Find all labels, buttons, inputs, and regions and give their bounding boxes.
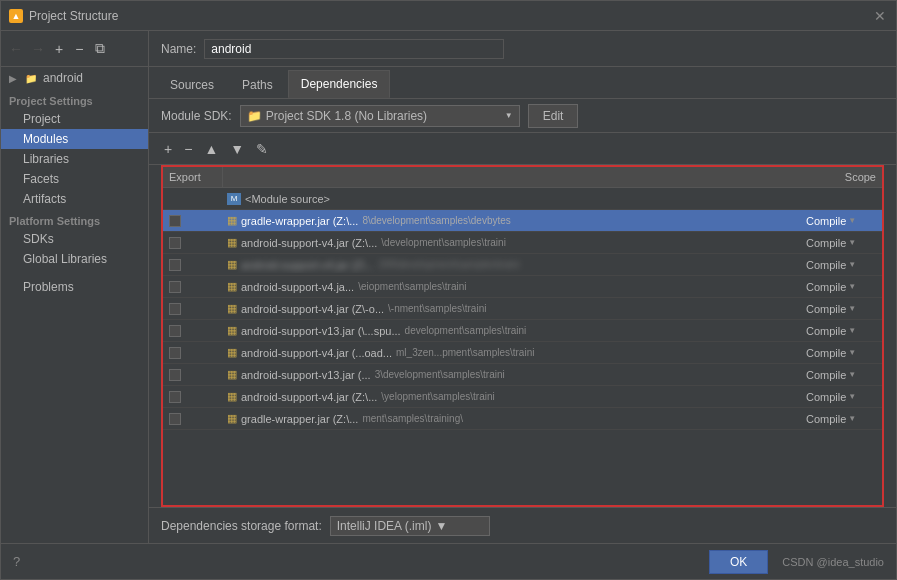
scope-cell[interactable]: Compile ▼ <box>802 235 882 251</box>
sidebar-item-global-libraries[interactable]: ▶ Global Libraries <box>1 249 148 269</box>
dialog-title: Project Structure <box>29 9 872 23</box>
export-checkbox[interactable] <box>169 391 181 403</box>
export-cell <box>163 257 223 273</box>
scope-dropdown-arrow[interactable]: ▼ <box>848 414 856 423</box>
scope-dropdown-arrow[interactable]: ▼ <box>848 326 856 335</box>
scope-cell[interactable]: Compile ▼ <box>802 367 882 383</box>
ok-button[interactable]: OK <box>709 550 768 574</box>
export-cell <box>163 213 223 229</box>
sidebar-item-facets[interactable]: ▶ Facets <box>1 169 148 189</box>
jar-icon: ▦ <box>227 214 237 227</box>
table-row[interactable]: ▦ gradle-wrapper.jar (Z:\... ment\sample… <box>163 408 882 430</box>
export-cell <box>163 389 223 405</box>
dialog-footer: ? OK CSDN @idea_studio <box>1 543 896 579</box>
table-row[interactable]: ▦ android-support-v13.jar (... 3\develop… <box>163 364 882 386</box>
export-cell <box>163 197 223 201</box>
sidebar-item-facets-label: Facets <box>23 172 59 186</box>
tree-item-android[interactable]: ▶ 📁 android <box>1 67 148 89</box>
export-checkbox[interactable] <box>169 325 181 337</box>
scope-cell[interactable]: Compile ▼ <box>802 301 882 317</box>
table-row[interactable]: ▦ android-support-v4.jar (Z:\... \develo… <box>163 232 882 254</box>
scope-cell[interactable]: Compile ▼ <box>802 279 882 295</box>
scope-cell[interactable]: Compile ▼ <box>802 389 882 405</box>
scope-cell[interactable]: Compile ▼ <box>802 345 882 361</box>
scope-cell[interactable]: Compile ▼ <box>802 213 882 229</box>
export-cell <box>163 301 223 317</box>
table-row[interactable]: ▦ gradle-wrapper.jar (Z:\... 8\developme… <box>163 210 882 232</box>
table-row[interactable]: M <Module source> <box>163 188 882 210</box>
sdk-edit-button[interactable]: Edit <box>528 104 579 128</box>
table-row[interactable]: ▦ android-support-v4.jar (Z\... 299\deve… <box>163 254 882 276</box>
export-cell <box>163 279 223 295</box>
folder-icon: 📁 <box>23 70 39 86</box>
scope-dropdown-arrow[interactable]: ▼ <box>848 392 856 401</box>
scope-dropdown-arrow[interactable]: ▼ <box>848 238 856 247</box>
close-button[interactable]: ✕ <box>872 8 888 24</box>
name-input[interactable] <box>204 39 504 59</box>
scope-dropdown-arrow[interactable]: ▼ <box>848 260 856 269</box>
dialog-icon: ▲ <box>9 9 23 23</box>
deps-table-header: Export Scope <box>163 167 882 188</box>
scope-dropdown-arrow[interactable]: ▼ <box>848 370 856 379</box>
scope-dropdown-arrow[interactable]: ▼ <box>848 304 856 313</box>
sidebar-item-project[interactable]: ▶ Project <box>1 109 148 129</box>
jar-icon: ▦ <box>227 412 237 425</box>
sidebar-item-artifacts[interactable]: ▶ Artifacts <box>1 189 148 209</box>
sidebar-toolbar: ← → + − ⧉ <box>1 31 148 67</box>
export-checkbox[interactable] <box>169 259 181 271</box>
table-row[interactable]: ▦ android-support-v4.jar (Z\-o... \-nmen… <box>163 298 882 320</box>
sdk-value: Project SDK 1.8 (No Libraries) <box>266 109 427 123</box>
edit-dep-button[interactable]: ✎ <box>253 139 271 159</box>
name-cell: ▦ gradle-wrapper.jar (Z:\... ment\sample… <box>223 410 802 427</box>
storage-format-dropdown[interactable]: IntelliJ IDEA (.iml) ▼ <box>330 516 490 536</box>
remove-dep-button[interactable]: − <box>181 139 195 159</box>
help-button[interactable]: ? <box>13 554 20 569</box>
export-checkbox[interactable] <box>169 237 181 249</box>
export-checkbox[interactable] <box>169 347 181 359</box>
forward-button[interactable]: → <box>29 39 47 59</box>
export-checkbox[interactable] <box>169 413 181 425</box>
tab-paths[interactable]: Paths <box>229 71 286 98</box>
scope-dropdown-arrow[interactable]: ▼ <box>848 282 856 291</box>
watermark-text: CSDN @idea_studio <box>782 556 884 568</box>
sidebar-item-libraries[interactable]: ▶ Libraries <box>1 149 148 169</box>
scope-dropdown-arrow[interactable]: ▼ <box>848 216 856 225</box>
sidebar-item-problems[interactable]: ▶ Problems <box>1 277 148 297</box>
tab-sources[interactable]: Sources <box>157 71 227 98</box>
scope-cell[interactable]: Compile ▼ <box>802 257 882 273</box>
scope-cell[interactable]: Compile ▼ <box>802 411 882 427</box>
project-structure-dialog: ▲ Project Structure ✕ ← → + − ⧉ ▶ 📁 andr… <box>0 0 897 580</box>
export-checkbox[interactable] <box>169 281 181 293</box>
sdk-dropdown[interactable]: 📁 Project SDK 1.8 (No Libraries) ▼ <box>240 105 520 127</box>
add-dep-button[interactable]: + <box>161 139 175 159</box>
move-down-dep-button[interactable]: ▼ <box>227 139 247 159</box>
sdk-label: Module SDK: <box>161 109 232 123</box>
sidebar-item-sdks[interactable]: ▶ SDKs <box>1 229 148 249</box>
remove-module-button[interactable]: − <box>71 39 87 59</box>
export-cell <box>163 345 223 361</box>
name-cell: ▦ android-support-v4.jar (Z:\... \yelopm… <box>223 388 802 405</box>
jar-icon: ▦ <box>227 346 237 359</box>
scope-cell <box>802 197 882 201</box>
sidebar: ← → + − ⧉ ▶ 📁 android Project Settings ▶… <box>1 31 149 543</box>
export-checkbox[interactable] <box>169 369 181 381</box>
name-cell: ▦ gradle-wrapper.jar (Z:\... 8\developme… <box>223 212 802 229</box>
name-cell: ▦ android-support-v4.jar (Z\-o... \-nmen… <box>223 300 802 317</box>
scope-dropdown-arrow[interactable]: ▼ <box>848 348 856 357</box>
add-module-button[interactable]: + <box>51 39 67 59</box>
platform-settings-section: Platform Settings <box>1 209 148 229</box>
table-row[interactable]: ▦ android-support-v13.jar (\...spu... de… <box>163 320 882 342</box>
sidebar-item-modules[interactable]: ▶ Modules <box>1 129 148 149</box>
export-checkbox[interactable] <box>169 215 181 227</box>
table-row[interactable]: ▦ android-support-v4.jar (...oad... ml_3… <box>163 342 882 364</box>
back-button[interactable]: ← <box>7 39 25 59</box>
name-cell: M <Module source> <box>223 191 802 207</box>
move-up-dep-button[interactable]: ▲ <box>201 139 221 159</box>
copy-module-button[interactable]: ⧉ <box>91 38 109 59</box>
scope-cell[interactable]: Compile ▼ <box>802 323 882 339</box>
export-checkbox[interactable] <box>169 303 181 315</box>
table-row[interactable]: ▦ android-support-v4.jar (Z:\... \yelopm… <box>163 386 882 408</box>
module-source-icon: M <box>227 193 241 205</box>
table-row[interactable]: ▦ android-support-v4.ja... \eiopment\sam… <box>163 276 882 298</box>
tab-dependencies[interactable]: Dependencies <box>288 70 391 98</box>
